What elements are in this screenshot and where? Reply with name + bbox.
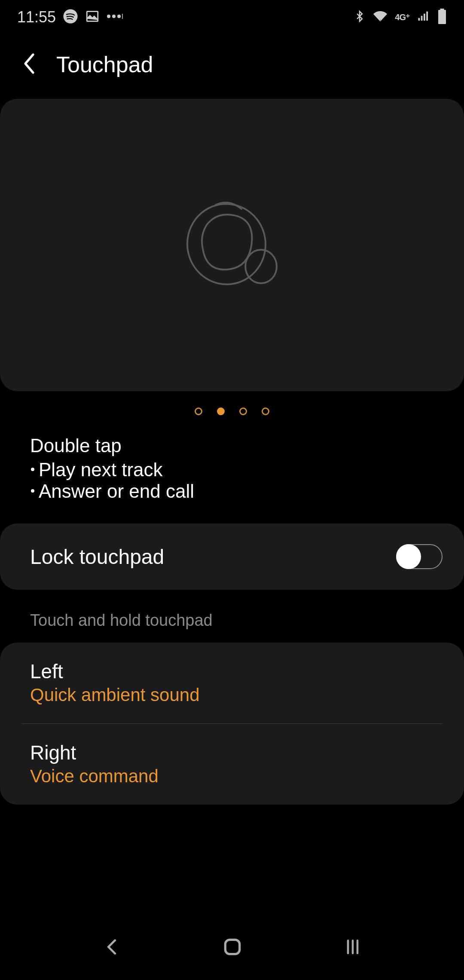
lock-touchpad-row[interactable]: Lock touchpad <box>0 524 464 590</box>
battery-icon <box>437 9 447 26</box>
carousel-dot-0[interactable] <box>195 407 202 415</box>
svg-rect-7 <box>440 9 444 10</box>
carousel-dot-3[interactable] <box>262 407 269 415</box>
hold-left-row[interactable]: Left Quick ambient sound <box>0 643 464 723</box>
status-time: 11:55 <box>17 8 56 26</box>
svg-rect-8 <box>438 10 446 24</box>
section-label: Touch and hold touchpad <box>0 590 464 643</box>
svg-rect-11 <box>225 940 239 954</box>
gesture-description: Double tap Play next track Answer or end… <box>0 415 464 524</box>
page-title: Touchpad <box>56 52 153 77</box>
bluetooth-icon <box>354 9 366 26</box>
hold-right-title: Right <box>30 741 434 764</box>
hold-actions-card: Left Quick ambient sound Right Voice com… <box>0 643 464 805</box>
svg-point-10 <box>245 250 277 283</box>
lock-touchpad-toggle[interactable] <box>396 544 443 569</box>
svg-rect-5 <box>122 14 123 19</box>
hold-left-title: Left <box>30 660 434 683</box>
nav-home-icon[interactable] <box>222 936 243 959</box>
svg-point-4 <box>117 15 121 18</box>
wifi-icon: ↕ <box>372 9 388 25</box>
nav-back-icon[interactable] <box>102 937 122 959</box>
image-icon <box>85 9 100 25</box>
back-icon[interactable] <box>21 52 37 77</box>
status-left: 11:55 <box>17 8 124 26</box>
header-bar: Touchpad <box>0 34 464 99</box>
hold-right-row[interactable]: Right Voice command <box>21 723 443 805</box>
carousel-dots <box>0 407 464 415</box>
4g-icon: 4G⁺ <box>395 12 410 22</box>
touchpad-illustration-card[interactable] <box>0 99 464 391</box>
hold-left-value: Quick ambient sound <box>30 685 434 705</box>
toggle-knob <box>396 544 421 569</box>
svg-point-3 <box>112 15 116 18</box>
gesture-line-1: Answer or end call <box>30 481 434 502</box>
status-right: ↕ 4G⁺ <box>354 9 447 26</box>
nav-recents-icon[interactable] <box>343 937 362 958</box>
spotify-icon <box>63 9 78 26</box>
more-dots-icon <box>107 12 124 22</box>
gesture-line-0: Play next track <box>30 459 434 481</box>
hold-right-value: Voice command <box>30 766 434 787</box>
svg-point-2 <box>107 15 110 18</box>
carousel-dot-2[interactable] <box>239 407 247 415</box>
svg-point-9 <box>182 199 271 290</box>
signal-icon <box>417 10 430 24</box>
lock-touchpad-label: Lock touchpad <box>30 545 164 569</box>
svg-text:↕: ↕ <box>379 18 382 23</box>
carousel-dot-1[interactable] <box>217 407 225 415</box>
nav-bar <box>0 916 464 980</box>
earbud-icon <box>176 188 288 302</box>
gesture-title: Double tap <box>30 435 434 456</box>
status-bar: 11:55 ↕ 4G⁺ <box>0 0 464 34</box>
